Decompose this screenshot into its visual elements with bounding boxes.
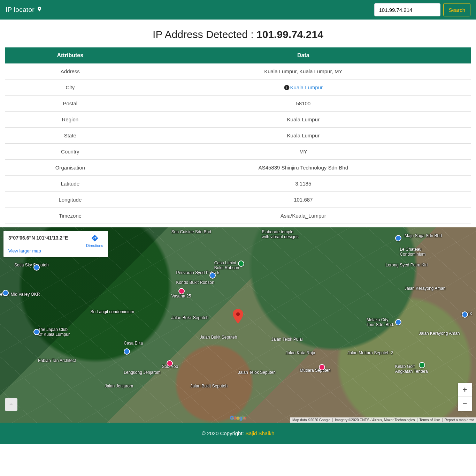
brand[interactable]: IP locator xyxy=(6,6,42,14)
map-label: Lorong Syed Putra Kiri xyxy=(385,263,428,267)
map-label: The Japan ClubOf Kuala Lumpur xyxy=(38,327,70,337)
map-label: Setia Sky Seputeh xyxy=(14,263,49,267)
attr-cell: State xyxy=(5,128,136,144)
attrib-report-link[interactable]: Report a map error xyxy=(445,418,474,422)
map-label: Lengkong Jenjarom xyxy=(124,370,160,375)
attr-cell: Postal xyxy=(5,96,136,112)
table-row: CountryMY xyxy=(5,144,471,160)
map-poi-icon[interactable] xyxy=(2,290,9,296)
footer-author-link[interactable]: Sajid Shaikh xyxy=(245,430,274,436)
map-label: Sea Cuisine Sdn Bhd xyxy=(171,229,211,234)
map-label: Jalan Kerayong Aman xyxy=(419,331,460,336)
attr-cell: Timezone xyxy=(5,208,136,224)
map-label: Jalan Telok Pulai xyxy=(271,337,303,342)
map-poi-icon[interactable] xyxy=(209,272,216,279)
table-row: StateKuala Lumpur xyxy=(5,128,471,144)
map-label: Jalan Muttara Seputeh 2 xyxy=(347,350,393,355)
title-ip: 101.99.74.214 xyxy=(256,29,323,40)
footer-copyright: © 2020 Copyright: xyxy=(202,430,245,436)
map-label: Casa LiminiBukit Robson xyxy=(214,260,239,270)
table-header-row: Attributes Data xyxy=(5,47,471,63)
search-input[interactable] xyxy=(374,3,440,16)
search-button[interactable]: Search xyxy=(443,3,470,16)
map-label: Jalan Kerayong Aman xyxy=(405,286,445,291)
map-label: Elaborate templewith vibrant designs xyxy=(262,229,298,239)
map-poi-icon[interactable] xyxy=(178,288,185,294)
map-label: Jalan Bukit Seputeh xyxy=(190,384,228,388)
footer: © 2020 Copyright: Sajid Shaikh xyxy=(0,423,476,444)
map[interactable]: 3°07'06.6"N 101°41'13.2"E Directions Vie… xyxy=(0,227,476,423)
table-row: OrganisationAS45839 Shinjiru Technology … xyxy=(5,160,471,176)
google-logo: Google xyxy=(230,415,246,421)
map-poi-icon[interactable] xyxy=(395,235,401,241)
map-label: Jalan Bukit Seputeh xyxy=(171,315,209,320)
map-label: Maju Saga Sdn Bhd xyxy=(405,233,442,238)
data-cell: Kuala Lumpur xyxy=(136,112,471,128)
map-center-pin-icon xyxy=(233,309,243,325)
table-row: Latitude3.1185 xyxy=(5,176,471,192)
map-label: Jalan Kota Raja xyxy=(286,350,315,355)
data-cell: Asia/Kuala_Lumpur xyxy=(136,208,471,224)
city-link[interactable]: Kuala Lumpur xyxy=(290,84,323,90)
data-cell: Kuala Lumpur, Kuala Lumpur, MY xyxy=(136,63,471,80)
details-table-wrap: Attributes Data AddressKuala Lumpur, Kua… xyxy=(0,47,476,224)
search-form: Search xyxy=(374,3,470,16)
attrib-imagery: Imagery ©2020 CNES / Airbus, Maxar Techn… xyxy=(332,418,417,422)
map-label: Jalan Bukit Seputeh xyxy=(200,335,237,340)
data-cell: Kuala Lumpur xyxy=(136,128,471,144)
map-info-card: 3°07'06.6"N 101°41'13.2"E Directions Vie… xyxy=(3,231,108,257)
map-label: Le ChateauCondominium xyxy=(400,247,425,257)
navbar: IP locator Search xyxy=(0,0,476,20)
map-poi-icon[interactable] xyxy=(167,360,173,367)
attr-cell: Longitude xyxy=(5,192,136,208)
svg-point-3 xyxy=(236,312,240,316)
map-label: Sri Langit condominium xyxy=(91,309,134,314)
map-label: Jalan Jenjarom xyxy=(105,384,133,388)
attr-cell: City xyxy=(5,80,136,96)
zoom-in-button[interactable]: + xyxy=(458,383,472,397)
attr-cell: Region xyxy=(5,112,136,128)
map-poi-icon[interactable] xyxy=(124,348,130,355)
table-row: AddressKuala Lumpur, Kuala Lumpur, MY xyxy=(5,63,471,80)
title-prefix: IP Address Detected : xyxy=(153,29,256,40)
attrib-terms-link[interactable]: Terms of Use xyxy=(420,418,440,422)
table-row: CityKuala Lumpur xyxy=(5,80,471,96)
table-row: RegionKuala Lumpur xyxy=(5,112,471,128)
header-attributes: Attributes xyxy=(5,47,136,63)
svg-rect-1 xyxy=(286,87,287,89)
map-poi-icon[interactable] xyxy=(462,311,468,318)
map-label: Mutiara Seputeh xyxy=(300,368,331,373)
zoom-controls: + − xyxy=(458,383,472,411)
attr-cell: Latitude xyxy=(5,176,136,192)
map-label: Fabian Tan Architect xyxy=(38,358,76,363)
directions-label: Directions xyxy=(86,243,103,248)
data-cell: AS45839 Shinjiru Technology Sdn Bhd xyxy=(136,160,471,176)
data-cell: 101.687 xyxy=(136,192,471,208)
table-row: Longitude101.687 xyxy=(5,192,471,208)
zoom-out-button[interactable]: − xyxy=(458,397,472,411)
map-attribution: Map data ©2020 Google Imagery ©2020 CNES… xyxy=(290,417,476,423)
data-cell: Kuala Lumpur xyxy=(136,80,471,96)
map-poi-icon[interactable] xyxy=(33,264,40,271)
attr-cell: Address xyxy=(5,63,136,80)
attr-cell: Organisation xyxy=(5,160,136,176)
page-title: IP Address Detected : 101.99.74.214 xyxy=(0,20,476,47)
map-label: Casa Elita xyxy=(124,341,143,346)
map-label: Melaka CityTour Sdn. Bhd. xyxy=(367,317,394,327)
data-cell: 58100 xyxy=(136,96,471,112)
attrib-mapdata: Map data ©2020 Google xyxy=(290,418,332,422)
map-poi-icon[interactable] xyxy=(238,260,244,267)
location-pin-icon xyxy=(37,6,42,14)
data-cell: 3.1185 xyxy=(136,176,471,192)
svg-rect-2 xyxy=(286,86,287,86)
details-table: Attributes Data AddressKuala Lumpur, Kua… xyxy=(5,47,471,224)
brand-text: IP locator xyxy=(6,6,34,14)
map-label: Kondo Bukit Robson xyxy=(176,280,214,285)
scroll-top-button[interactable] xyxy=(5,398,17,411)
map-poi-icon[interactable] xyxy=(33,329,40,335)
table-row: TimezoneAsia/Kuala_Lumpur xyxy=(5,208,471,224)
map-poi-icon[interactable] xyxy=(395,319,401,325)
info-icon xyxy=(284,85,290,90)
view-larger-map-link[interactable]: View larger map xyxy=(8,248,41,254)
directions-button[interactable]: Directions xyxy=(86,234,103,248)
